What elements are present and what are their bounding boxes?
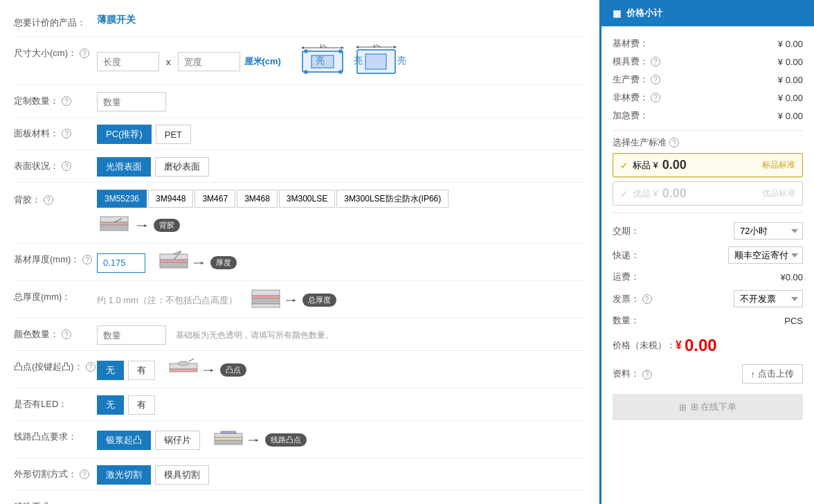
production-label: 生产费： ?	[613, 73, 660, 86]
svg-rect-46	[215, 440, 242, 444]
invoice-label: 发票： ?	[613, 293, 652, 305]
freight-value: ¥0.00	[780, 272, 803, 282]
std-option1-prefix: 标品 ¥	[633, 159, 658, 172]
svg-rect-26	[160, 260, 188, 262]
color-qty-row: 颜色数量： ? 基础板为无色透明，请填写所有颜色数量。	[14, 318, 585, 351]
svg-rect-12	[365, 54, 386, 69]
cut-row: 外形切割方式： ? 激光切割 模具切割	[14, 458, 585, 491]
bump-info-icon[interactable]: ?	[86, 362, 96, 372]
upload-label: 点击上传	[758, 368, 794, 380]
total-thickness-row: 总厚度(mm)： 约 1.0 mm（注：不包括凸点高度） 总厚度	[14, 281, 585, 318]
bump-none-btn[interactable]: 无	[97, 361, 124, 380]
svg-text:长: 长	[318, 44, 327, 49]
delivery-select[interactable]: 72小时 48小时 24小时	[734, 222, 803, 240]
upload-button[interactable]: ↑ 点击上传	[742, 364, 804, 384]
invoice-select[interactable]: 不开发票 增值税普票 增值税专票	[734, 290, 803, 307]
surface-smooth-btn[interactable]: 光滑表面	[97, 157, 151, 177]
led-yes-btn[interactable]: 有	[128, 395, 155, 415]
adhesive-3m300lse-ip66-btn[interactable]: 3M300LSE防尘防水(IP66)	[336, 190, 449, 208]
base-thickness-input[interactable]	[97, 253, 145, 273]
adhesive-3m467-btn[interactable]: 3M467	[195, 190, 235, 208]
product-link[interactable]: 薄膜开关	[97, 14, 136, 26]
svg-text:亮: 亮	[354, 55, 363, 66]
size-row: 尺寸大小(cm)： ? x 厘米(cm) 亮	[14, 37, 585, 85]
material-pet-btn[interactable]: PET	[156, 125, 191, 144]
bump-content: 无 有 凸点	[97, 357, 585, 382]
svg-marker-8	[301, 46, 304, 49]
bump-label: 凸点(按键起凸)： ?	[14, 357, 97, 373]
svg-point-3	[338, 49, 343, 53]
color-qty-info-icon[interactable]: ?	[62, 330, 71, 339]
cut-info-icon[interactable]: ?	[80, 469, 89, 479]
bump-badge: 凸点	[220, 363, 246, 377]
material-pc-btn[interactable]: PC(推荐)	[97, 125, 152, 144]
std-option2-prefix: 优品 ¥	[633, 188, 658, 200]
quantity-input[interactable]	[97, 92, 166, 111]
final-price-symbol: ¥	[676, 339, 682, 352]
svg-rect-35	[252, 304, 280, 307]
bump-yes-btn[interactable]: 有	[128, 361, 155, 380]
std-option1[interactable]: ✓ 标品 ¥ 0.00 标品标准	[613, 153, 803, 177]
line-bump-badge: 线路凸点	[265, 433, 307, 447]
svg-line-41	[189, 359, 194, 361]
svg-rect-45	[215, 438, 242, 440]
adhesive-3m55236-btn[interactable]: 3M55236	[97, 190, 147, 208]
surface-row: 表面状况： ? 光滑表面 磨砂表面	[14, 150, 585, 183]
base-thickness-info-icon[interactable]: ?	[82, 255, 92, 264]
line-bump-arrow	[248, 436, 262, 444]
line-bump-dome-btn[interactable]: 锅仔片	[155, 431, 200, 450]
adhesive-diagram-row: 背胶	[97, 213, 180, 237]
adhesive-3m9448-btn[interactable]: 3M9448	[148, 190, 193, 208]
svg-rect-44	[215, 433, 242, 438]
std-info-icon[interactable]: ?	[669, 138, 679, 147]
cut-content: 激光切割 模具切割	[97, 464, 585, 485]
adhesive-label: 背胶： ?	[14, 188, 97, 206]
quantity-info-icon[interactable]: ?	[62, 96, 71, 106]
led-label: 是否有LED：	[14, 394, 97, 411]
svg-point-2	[304, 49, 308, 53]
adhesive-info-icon[interactable]: ?	[44, 195, 53, 205]
surface-info-icon[interactable]: ?	[62, 161, 71, 171]
delivery-row: 交期： 72小时 48小时 24小时	[613, 219, 803, 243]
cut-mold-btn[interactable]: 模具切割	[155, 465, 209, 485]
svg-rect-33	[252, 296, 280, 298]
order-button[interactable]: ⊞ ⊞ 在线下单	[613, 394, 803, 420]
urgent-label: 加急费：	[613, 109, 649, 122]
cut-laser-btn[interactable]: 激光切割	[97, 465, 151, 485]
mold-info-icon[interactable]: ?	[651, 57, 660, 66]
line-bump-silver-btn[interactable]: 银浆起凸	[97, 431, 151, 450]
nonlin-info-icon[interactable]: ?	[651, 93, 660, 102]
adhesive-3m468-btn[interactable]: 3M468	[237, 190, 278, 208]
product-row: 您要计价的产品： 薄膜开关	[14, 7, 585, 37]
material-info-icon[interactable]: ?	[62, 129, 71, 138]
order-icon: ⊞	[679, 402, 687, 413]
adhesive-options: 3M55236 3M9448 3M467 3M468 3M300LSE 3M30…	[97, 190, 449, 208]
quantity-label: 定制数量： ?	[14, 91, 97, 107]
length-input[interactable]	[97, 52, 159, 71]
size-label: 尺寸大小(cm)： ?	[14, 43, 97, 60]
special-content	[97, 496, 585, 498]
size-content: x 厘米(cm) 亮	[97, 43, 585, 79]
width-input[interactable]	[178, 52, 240, 71]
svg-marker-49	[255, 439, 258, 442]
bump-arrow	[204, 366, 217, 375]
size-info-icon[interactable]: ?	[80, 48, 89, 58]
color-qty-label: 颜色数量： ?	[14, 324, 97, 341]
adhesive-row: 背胶： ? 3M55236 3M9448 3M467 3M468 3M300LS…	[14, 183, 585, 244]
led-none-btn[interactable]: 无	[97, 395, 124, 415]
std-option1-name: 标品标准	[762, 159, 795, 171]
adhesive-3m300lse-btn[interactable]: 3M300LSE	[279, 190, 335, 208]
shipping-select[interactable]: 顺丰空运寄付 顺丰陆运寄付 自提	[728, 246, 803, 264]
std-option2-label: ✓ 优品 ¥ 0.00	[620, 186, 687, 201]
std-label: 选择生产标准 ?	[613, 136, 803, 149]
calculator-icon: ▦	[613, 8, 621, 19]
surface-matte-btn[interactable]: 磨砂表面	[155, 157, 209, 177]
invoice-info-icon[interactable]: ?	[642, 294, 652, 304]
production-info-icon[interactable]: ?	[651, 75, 660, 84]
material-info-icon[interactable]: ?	[642, 370, 652, 379]
std-option2[interactable]: ✓ 优品 ¥ 0.00 优品标准	[613, 181, 803, 206]
color-qty-input[interactable]	[97, 325, 166, 345]
sidebar-header: ▦ 价格小计	[602, 0, 814, 26]
color-desc: 基础板为无色透明，请填写所有颜色数量。	[176, 330, 334, 341]
svg-marker-16	[356, 46, 359, 48]
